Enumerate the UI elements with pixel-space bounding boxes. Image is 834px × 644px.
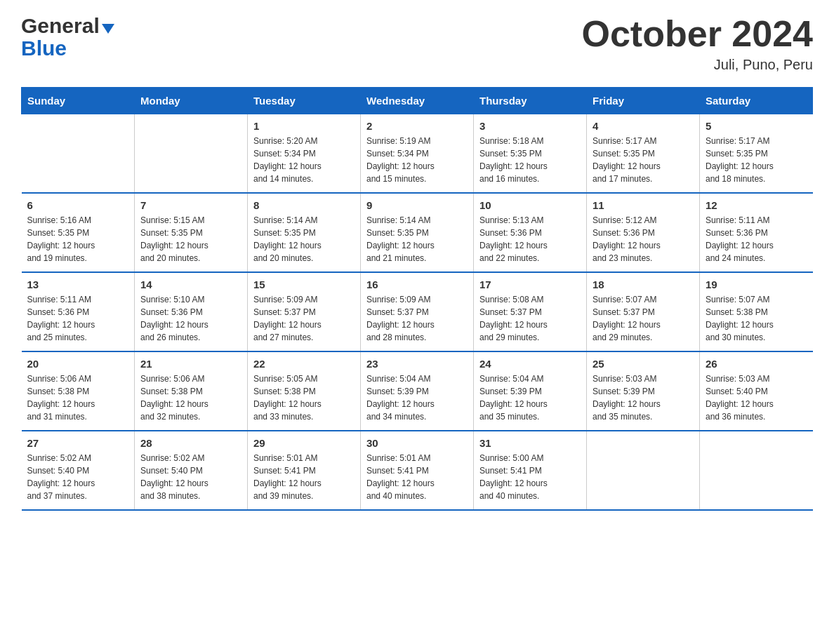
day-info: Sunrise: 5:03 AM Sunset: 5:40 PM Dayligh…	[706, 373, 807, 423]
weekday-header-wednesday: Wednesday	[361, 88, 474, 114]
day-info: Sunrise: 5:14 AM Sunset: 5:35 PM Dayligh…	[253, 214, 355, 264]
logo-blue: Blue	[21, 38, 67, 59]
location-subtitle: Juli, Puno, Peru	[582, 57, 814, 73]
day-info: Sunrise: 5:14 AM Sunset: 5:35 PM Dayligh…	[366, 214, 468, 264]
weekday-header-tuesday: Tuesday	[248, 88, 361, 114]
day-number: 5	[706, 120, 807, 132]
calendar-cell: 25Sunrise: 5:03 AM Sunset: 5:39 PM Dayli…	[587, 351, 700, 431]
day-number: 26	[706, 358, 807, 370]
day-info: Sunrise: 5:17 AM Sunset: 5:35 PM Dayligh…	[593, 135, 694, 185]
logo-general: General	[21, 14, 100, 38]
calendar-cell: 23Sunrise: 5:04 AM Sunset: 5:39 PM Dayli…	[361, 351, 474, 431]
day-number: 2	[366, 120, 468, 132]
day-info: Sunrise: 5:12 AM Sunset: 5:36 PM Dayligh…	[593, 214, 694, 264]
calendar-cell: 7Sunrise: 5:15 AM Sunset: 5:35 PM Daylig…	[135, 193, 248, 272]
day-info: Sunrise: 5:17 AM Sunset: 5:35 PM Dayligh…	[706, 135, 807, 185]
week-row-3: 13Sunrise: 5:11 AM Sunset: 5:36 PM Dayli…	[22, 272, 813, 351]
day-number: 21	[140, 358, 241, 370]
calendar-table: SundayMondayTuesdayWednesdayThursdayFrid…	[21, 87, 813, 511]
day-info: Sunrise: 5:02 AM Sunset: 5:40 PM Dayligh…	[27, 452, 129, 502]
day-info: Sunrise: 5:15 AM Sunset: 5:35 PM Dayligh…	[140, 214, 241, 264]
day-number: 17	[479, 279, 581, 290]
calendar-cell: 29Sunrise: 5:01 AM Sunset: 5:41 PM Dayli…	[248, 431, 361, 510]
calendar-cell: 16Sunrise: 5:09 AM Sunset: 5:37 PM Dayli…	[361, 272, 474, 351]
calendar-cell: 26Sunrise: 5:03 AM Sunset: 5:40 PM Dayli…	[700, 351, 813, 431]
calendar-cell: 6Sunrise: 5:16 AM Sunset: 5:35 PM Daylig…	[22, 193, 135, 272]
calendar-cell: 17Sunrise: 5:08 AM Sunset: 5:37 PM Dayli…	[474, 272, 587, 351]
day-info: Sunrise: 5:03 AM Sunset: 5:39 PM Dayligh…	[593, 373, 694, 423]
title-area: October 2024 Juli, Puno, Peru	[582, 14, 814, 73]
day-number: 22	[253, 358, 355, 370]
calendar-cell: 20Sunrise: 5:06 AM Sunset: 5:38 PM Dayli…	[22, 351, 135, 431]
day-info: Sunrise: 5:16 AM Sunset: 5:35 PM Dayligh…	[27, 214, 129, 264]
day-info: Sunrise: 5:09 AM Sunset: 5:37 PM Dayligh…	[366, 293, 468, 344]
calendar-cell: 11Sunrise: 5:12 AM Sunset: 5:36 PM Dayli…	[587, 193, 700, 272]
calendar-cell: 30Sunrise: 5:01 AM Sunset: 5:41 PM Dayli…	[361, 431, 474, 510]
calendar-cell: 22Sunrise: 5:05 AM Sunset: 5:38 PM Dayli…	[248, 351, 361, 431]
day-number: 7	[140, 199, 241, 211]
calendar-cell: 15Sunrise: 5:09 AM Sunset: 5:37 PM Dayli…	[248, 272, 361, 351]
calendar-cell: 1Sunrise: 5:20 AM Sunset: 5:34 PM Daylig…	[248, 114, 361, 194]
day-info: Sunrise: 5:07 AM Sunset: 5:37 PM Dayligh…	[593, 293, 694, 344]
calendar-cell: 10Sunrise: 5:13 AM Sunset: 5:36 PM Dayli…	[474, 193, 587, 272]
logo: General Blue	[21, 14, 114, 59]
logo-arrow-icon	[102, 24, 114, 34]
day-number: 27	[27, 437, 129, 449]
calendar-cell: 21Sunrise: 5:06 AM Sunset: 5:38 PM Dayli…	[135, 351, 248, 431]
day-info: Sunrise: 5:08 AM Sunset: 5:37 PM Dayligh…	[479, 293, 581, 344]
day-info: Sunrise: 5:13 AM Sunset: 5:36 PM Dayligh…	[479, 214, 581, 264]
day-info: Sunrise: 5:04 AM Sunset: 5:39 PM Dayligh…	[366, 373, 468, 423]
calendar-cell: 5Sunrise: 5:17 AM Sunset: 5:35 PM Daylig…	[700, 114, 813, 194]
day-info: Sunrise: 5:06 AM Sunset: 5:38 PM Dayligh…	[140, 373, 241, 423]
page-title: October 2024	[582, 14, 814, 54]
calendar-cell: 27Sunrise: 5:02 AM Sunset: 5:40 PM Dayli…	[22, 431, 135, 510]
day-number: 6	[27, 199, 129, 211]
day-number: 25	[593, 358, 694, 370]
week-row-2: 6Sunrise: 5:16 AM Sunset: 5:35 PM Daylig…	[22, 193, 813, 272]
page-header: General Blue October 2024 Juli, Puno, Pe…	[21, 14, 813, 73]
day-number: 28	[140, 437, 241, 449]
day-number: 18	[593, 279, 694, 290]
day-info: Sunrise: 5:06 AM Sunset: 5:38 PM Dayligh…	[27, 373, 129, 423]
day-number: 14	[140, 279, 241, 290]
day-info: Sunrise: 5:10 AM Sunset: 5:36 PM Dayligh…	[140, 293, 241, 344]
calendar-cell	[700, 431, 813, 510]
week-row-1: 1Sunrise: 5:20 AM Sunset: 5:34 PM Daylig…	[22, 114, 813, 194]
day-info: Sunrise: 5:18 AM Sunset: 5:35 PM Dayligh…	[479, 135, 581, 185]
day-number: 24	[479, 358, 581, 370]
day-number: 4	[593, 120, 694, 132]
calendar-cell: 28Sunrise: 5:02 AM Sunset: 5:40 PM Dayli…	[135, 431, 248, 510]
weekday-header-sunday: Sunday	[22, 88, 135, 114]
calendar-cell: 8Sunrise: 5:14 AM Sunset: 5:35 PM Daylig…	[248, 193, 361, 272]
day-info: Sunrise: 5:02 AM Sunset: 5:40 PM Dayligh…	[140, 452, 241, 502]
day-number: 20	[27, 358, 129, 370]
day-info: Sunrise: 5:11 AM Sunset: 5:36 PM Dayligh…	[27, 293, 129, 344]
day-info: Sunrise: 5:07 AM Sunset: 5:38 PM Dayligh…	[706, 293, 807, 344]
calendar-cell: 13Sunrise: 5:11 AM Sunset: 5:36 PM Dayli…	[22, 272, 135, 351]
calendar-cell: 24Sunrise: 5:04 AM Sunset: 5:39 PM Dayli…	[474, 351, 587, 431]
weekday-header-monday: Monday	[135, 88, 248, 114]
day-info: Sunrise: 5:01 AM Sunset: 5:41 PM Dayligh…	[366, 452, 468, 502]
calendar-cell: 9Sunrise: 5:14 AM Sunset: 5:35 PM Daylig…	[361, 193, 474, 272]
weekday-header-row: SundayMondayTuesdayWednesdayThursdayFrid…	[22, 88, 813, 114]
day-number: 19	[706, 279, 807, 290]
day-number: 12	[706, 199, 807, 211]
day-info: Sunrise: 5:11 AM Sunset: 5:36 PM Dayligh…	[706, 214, 807, 264]
day-info: Sunrise: 5:05 AM Sunset: 5:38 PM Dayligh…	[253, 373, 355, 423]
day-info: Sunrise: 5:19 AM Sunset: 5:34 PM Dayligh…	[366, 135, 468, 185]
day-number: 16	[366, 279, 468, 290]
calendar-cell: 31Sunrise: 5:00 AM Sunset: 5:41 PM Dayli…	[474, 431, 587, 510]
day-number: 10	[479, 199, 581, 211]
weekday-header-friday: Friday	[587, 88, 700, 114]
day-info: Sunrise: 5:00 AM Sunset: 5:41 PM Dayligh…	[479, 452, 581, 502]
week-row-5: 27Sunrise: 5:02 AM Sunset: 5:40 PM Dayli…	[22, 431, 813, 510]
day-number: 31	[479, 437, 581, 449]
day-number: 9	[366, 199, 468, 211]
calendar-cell: 2Sunrise: 5:19 AM Sunset: 5:34 PM Daylig…	[361, 114, 474, 194]
weekday-header-thursday: Thursday	[474, 88, 587, 114]
calendar-cell: 19Sunrise: 5:07 AM Sunset: 5:38 PM Dayli…	[700, 272, 813, 351]
day-number: 15	[253, 279, 355, 290]
calendar-cell: 14Sunrise: 5:10 AM Sunset: 5:36 PM Dayli…	[135, 272, 248, 351]
day-number: 13	[27, 279, 129, 290]
calendar-cell: 12Sunrise: 5:11 AM Sunset: 5:36 PM Dayli…	[700, 193, 813, 272]
